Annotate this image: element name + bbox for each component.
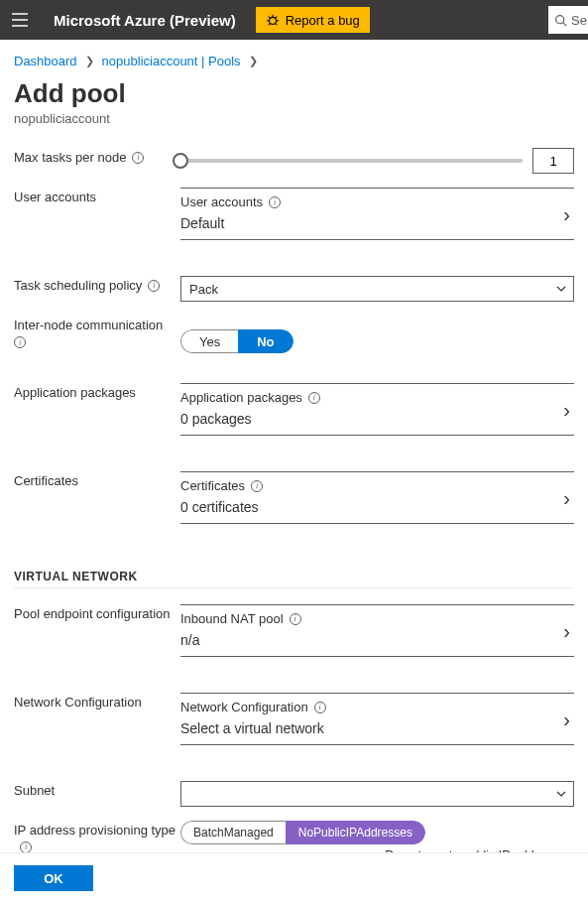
row-subnet: Subnet xyxy=(14,781,574,807)
task-scheduling-value: Pack xyxy=(189,282,218,297)
max-tasks-input[interactable] xyxy=(532,148,574,174)
info-icon[interactable]: i xyxy=(14,336,26,348)
network-config-heading: Network Configuration xyxy=(180,700,308,714)
pool-endpoint-heading: Inbound NAT pool xyxy=(180,611,284,626)
info-icon[interactable]: i xyxy=(148,280,160,292)
svg-line-7 xyxy=(268,17,270,19)
info-icon[interactable]: i xyxy=(290,613,301,625)
app-packages-expander[interactable]: Application packages i 0 packages › xyxy=(180,383,574,436)
top-bar: Microsoft Azure (Preview) Report a bug S… xyxy=(0,0,588,40)
label-max-tasks: Max tasks per node xyxy=(14,150,126,165)
label-ip-provisioning: IP address provisioning type xyxy=(14,823,176,838)
label-network-config: Network Configuration xyxy=(14,695,142,710)
chevron-right-icon: › xyxy=(563,486,570,509)
hamburger-menu-button[interactable] xyxy=(0,0,40,40)
row-app-packages: Application packages Application package… xyxy=(14,383,574,457)
row-internode: Inter-node communication i Yes No xyxy=(14,316,574,353)
row-user-accounts: User accounts User accounts i Default › xyxy=(14,188,574,262)
ip-option-batchmanaged[interactable]: BatchManaged xyxy=(180,821,286,844)
svg-point-11 xyxy=(556,15,564,23)
label-internode: Inter-node communication xyxy=(14,318,163,332)
slider-thumb[interactable] xyxy=(173,153,188,169)
certificates-value: 0 certificates xyxy=(180,499,574,515)
info-icon[interactable]: i xyxy=(132,152,144,164)
section-virtual-network: VIRTUAL NETWORK xyxy=(14,570,574,588)
search-placeholder: Se xyxy=(571,13,587,28)
svg-line-8 xyxy=(275,17,277,19)
report-bug-button[interactable]: Report a bug xyxy=(256,7,370,33)
user-accounts-expander[interactable]: User accounts i Default › xyxy=(180,188,574,240)
row-network-config: Network Configuration Network Configurat… xyxy=(14,693,574,767)
svg-line-9 xyxy=(268,24,270,26)
certificates-heading: Certificates xyxy=(180,478,245,493)
search-input[interactable]: Se xyxy=(548,6,588,34)
breadcrumb: Dashboard ❯ nopubliciaccount | Pools ❯ xyxy=(14,54,574,68)
chevron-right-icon: › xyxy=(563,708,570,730)
label-certificates: Certificates xyxy=(14,473,78,488)
svg-point-3 xyxy=(269,17,276,24)
label-pool-endpoint: Pool endpoint configuration xyxy=(14,606,171,621)
chevron-right-icon: ❯ xyxy=(249,55,258,67)
app-title: Microsoft Azure (Preview) xyxy=(54,12,236,29)
ip-option-nopublicip[interactable]: NoPublicIPAddresses xyxy=(286,821,425,844)
subnet-select[interactable] xyxy=(180,781,574,807)
task-scheduling-select[interactable]: Pack xyxy=(180,276,574,302)
row-certificates: Certificates Certificates i 0 certificat… xyxy=(14,471,574,546)
info-icon[interactable]: i xyxy=(269,196,281,208)
max-tasks-slider[interactable] xyxy=(180,159,523,163)
main-content: Dashboard ❯ nopubliciaccount | Pools ❯ A… xyxy=(0,40,588,862)
breadcrumb-dashboard[interactable]: Dashboard xyxy=(14,54,77,68)
page-title: Add pool xyxy=(14,78,574,109)
row-task-scheduling: Task scheduling policy i Pack xyxy=(14,276,574,302)
network-config-value: Select a virtual network xyxy=(180,720,574,736)
pool-endpoint-expander[interactable]: Inbound NAT pool i n/a › xyxy=(180,604,574,657)
chevron-down-icon xyxy=(555,283,567,295)
user-accounts-value: Default xyxy=(180,215,574,231)
ip-provisioning-toggle: BatchManaged NoPublicIPAddresses xyxy=(180,821,425,844)
app-packages-value: 0 packages xyxy=(180,411,574,427)
info-icon[interactable]: i xyxy=(314,702,326,713)
info-icon[interactable]: i xyxy=(308,392,320,404)
network-config-expander[interactable]: Network Configuration i Select a virtual… xyxy=(180,693,574,745)
chevron-down-icon xyxy=(555,788,567,800)
internode-yes[interactable]: Yes xyxy=(180,329,238,353)
label-task-scheduling: Task scheduling policy xyxy=(14,278,142,293)
search-icon xyxy=(554,14,567,27)
app-packages-heading: Application packages xyxy=(180,390,302,405)
breadcrumb-pools[interactable]: nopubliciaccount | Pools xyxy=(102,54,241,68)
info-icon[interactable]: i xyxy=(20,841,32,853)
chevron-right-icon: › xyxy=(563,398,570,421)
report-bug-label: Report a bug xyxy=(286,13,360,28)
internode-no[interactable]: No xyxy=(238,329,293,353)
chevron-right-icon: ❯ xyxy=(85,55,94,67)
hamburger-icon xyxy=(12,13,28,27)
certificates-expander[interactable]: Certificates i 0 certificates › xyxy=(180,471,574,524)
pool-endpoint-value: n/a xyxy=(180,632,574,648)
user-accounts-heading: User accounts xyxy=(180,194,263,209)
footer: OK xyxy=(0,852,588,903)
page-subtitle: nopubliciaccount xyxy=(14,111,574,126)
bug-icon xyxy=(266,13,280,27)
label-user-accounts: User accounts xyxy=(14,190,96,204)
chevron-right-icon: › xyxy=(563,619,570,642)
row-max-tasks: Max tasks per node i xyxy=(14,148,574,174)
label-subnet: Subnet xyxy=(14,783,55,798)
svg-line-12 xyxy=(563,22,566,25)
chevron-right-icon: › xyxy=(563,202,570,225)
svg-line-10 xyxy=(275,24,277,26)
label-app-packages: Application packages xyxy=(14,385,136,400)
info-icon[interactable]: i xyxy=(251,480,263,492)
row-pool-endpoint: Pool endpoint configuration Inbound NAT … xyxy=(14,604,574,679)
ok-button[interactable]: OK xyxy=(14,865,93,891)
internode-toggle: Yes No xyxy=(180,329,294,353)
